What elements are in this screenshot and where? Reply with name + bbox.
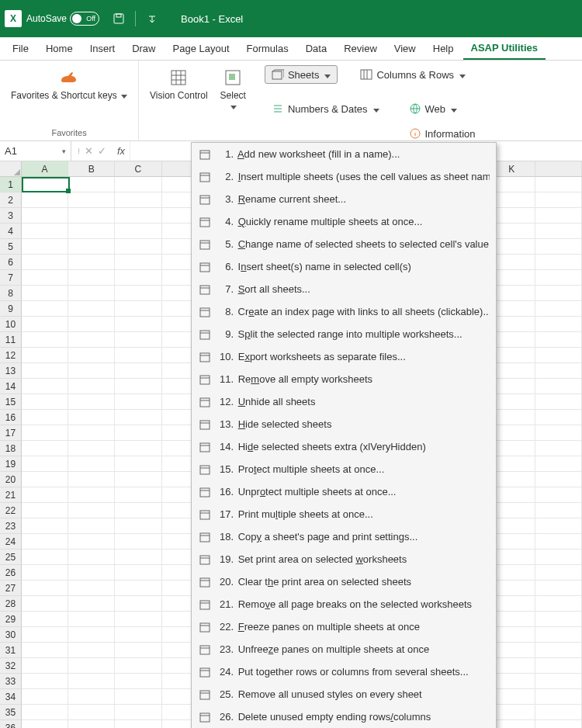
cell[interactable] — [68, 301, 115, 317]
row-header[interactable]: 4 — [0, 224, 22, 239]
cell[interactable] — [68, 239, 115, 255]
menu-item[interactable]: 8. Create an index page with links to al… — [192, 300, 496, 323]
columns-rows-menu-button[interactable]: Columns & Rows — [353, 65, 473, 84]
row-header[interactable]: 24 — [0, 534, 22, 549]
cell[interactable] — [535, 581, 582, 596]
cell[interactable] — [22, 643, 68, 658]
row-header[interactable]: 29 — [0, 612, 22, 627]
vision-control-button[interactable]: Vision Control — [145, 64, 212, 116]
select-all-corner[interactable] — [0, 161, 22, 177]
cell[interactable] — [115, 534, 161, 549]
cell[interactable] — [22, 503, 68, 518]
web-menu-button[interactable]: Web — [402, 99, 494, 118]
cell[interactable] — [115, 689, 161, 705]
tab-formulas[interactable]: Formulas — [239, 38, 296, 59]
tab-home[interactable]: Home — [38, 38, 81, 59]
row-header[interactable]: 13 — [0, 363, 22, 379]
menu-item[interactable]: 12. Unhide all sheets — [192, 390, 496, 413]
cell[interactable] — [535, 425, 582, 441]
cell[interactable] — [115, 239, 161, 255]
cell[interactable] — [535, 394, 582, 410]
row-header[interactable]: 33 — [0, 674, 22, 689]
cell[interactable] — [115, 518, 161, 534]
cell[interactable] — [115, 549, 161, 565]
cell[interactable] — [68, 332, 115, 348]
tab-insert[interactable]: Insert — [82, 38, 123, 59]
row-header[interactable]: 26 — [0, 565, 22, 581]
cell[interactable] — [68, 643, 115, 658]
cell[interactable] — [115, 705, 161, 720]
cell[interactable] — [22, 456, 68, 472]
cell[interactable] — [68, 208, 115, 224]
cell[interactable] — [68, 612, 115, 627]
select-button[interactable]: Select — [216, 64, 251, 116]
row-header[interactable]: 25 — [0, 549, 22, 565]
cell[interactable] — [22, 596, 68, 612]
cell[interactable] — [22, 363, 68, 379]
cell[interactable] — [115, 192, 161, 208]
row-header[interactable]: 28 — [0, 596, 22, 612]
cell[interactable] — [22, 674, 68, 689]
row-header[interactable]: 11 — [0, 332, 22, 348]
sheets-menu-button[interactable]: Sheets — [265, 65, 338, 84]
cell[interactable] — [535, 286, 582, 301]
cell[interactable] — [22, 425, 68, 441]
row-header[interactable]: 19 — [0, 456, 22, 472]
menu-item[interactable]: 4. Quickly rename multiple sheets at onc… — [192, 210, 496, 233]
menu-item[interactable]: 26. Delete unused empty ending rows/colu… — [192, 705, 496, 728]
menu-item[interactable]: 21. Remove all page breaks on the select… — [192, 593, 496, 615]
row-header[interactable]: 9 — [0, 301, 22, 317]
row-header[interactable]: 15 — [0, 394, 22, 410]
column-header[interactable]: A — [22, 161, 68, 177]
cell[interactable] — [535, 317, 582, 332]
cell[interactable] — [68, 472, 115, 487]
cell[interactable] — [115, 317, 161, 332]
cell[interactable] — [68, 177, 115, 192]
column-header[interactable]: B — [68, 161, 115, 177]
cell[interactable] — [22, 348, 68, 363]
cell[interactable] — [68, 534, 115, 549]
cell[interactable] — [115, 581, 161, 596]
cell[interactable] — [535, 410, 582, 425]
cell[interactable] — [68, 565, 115, 581]
enter-icon[interactable]: ✓ — [98, 145, 106, 157]
cell[interactable] — [22, 581, 68, 596]
cell[interactable] — [22, 332, 68, 348]
cell[interactable] — [535, 549, 582, 565]
cell[interactable] — [68, 317, 115, 332]
cell[interactable] — [535, 612, 582, 627]
row-header[interactable]: 10 — [0, 317, 22, 332]
cell[interactable] — [68, 720, 115, 728]
cell[interactable] — [535, 224, 582, 239]
cell[interactable] — [115, 301, 161, 317]
cell[interactable] — [115, 379, 161, 394]
cell[interactable] — [535, 456, 582, 472]
cell[interactable] — [115, 658, 161, 674]
cell[interactable] — [22, 549, 68, 565]
cell[interactable] — [115, 255, 161, 270]
cell[interactable] — [115, 363, 161, 379]
row-header[interactable]: 6 — [0, 255, 22, 270]
row-header[interactable]: 32 — [0, 658, 22, 674]
row-header[interactable]: 27 — [0, 581, 22, 596]
menu-item[interactable]: 6. Insert sheet(s) name in selected cell… — [192, 255, 496, 278]
cell[interactable] — [115, 425, 161, 441]
cell[interactable] — [535, 348, 582, 363]
cell[interactable] — [68, 425, 115, 441]
cell[interactable] — [535, 270, 582, 286]
cell[interactable] — [22, 487, 68, 503]
cell[interactable] — [22, 612, 68, 627]
row-header[interactable]: 14 — [0, 379, 22, 394]
cell[interactable] — [535, 487, 582, 503]
cell[interactable] — [115, 643, 161, 658]
menu-item[interactable]: 3. Rename current sheet... — [192, 188, 496, 210]
tab-review[interactable]: Review — [336, 38, 385, 59]
cell[interactable] — [535, 441, 582, 456]
cell[interactable] — [68, 192, 115, 208]
tab-asap-utilities[interactable]: ASAP Utilities — [463, 37, 546, 60]
cell[interactable] — [535, 674, 582, 689]
row-header[interactable]: 30 — [0, 627, 22, 643]
save-button[interactable] — [109, 9, 129, 29]
cell[interactable] — [535, 658, 582, 674]
row-header[interactable]: 2 — [0, 192, 22, 208]
